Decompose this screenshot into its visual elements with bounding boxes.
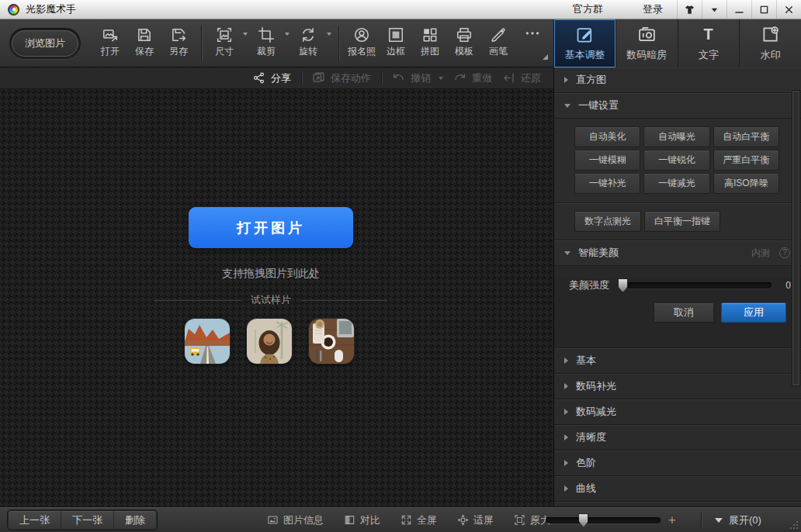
menu-button[interactable] <box>702 0 726 19</box>
help-icon[interactable]: ? <box>779 247 790 258</box>
chevron-down-icon <box>564 104 570 108</box>
cancel-button[interactable]: 取消 <box>654 302 714 323</box>
zoom-in-button[interactable]: + <box>668 514 675 527</box>
official-group-button[interactable]: 官方群 <box>544 0 614 19</box>
dropdown-caret-icon[interactable] <box>439 77 443 80</box>
window-controls <box>677 0 801 19</box>
zoom-slider[interactable] <box>546 517 661 523</box>
svg-text:T: T <box>704 26 713 43</box>
tab-label: 文字 <box>699 48 719 62</box>
chat-bubble-icon <box>555 3 568 16</box>
expand-button[interactable]: 展开(0) <box>715 507 761 532</box>
compare-button[interactable]: 对比 <box>344 513 380 527</box>
button-auto-exposure[interactable]: 自动曝光 <box>643 126 709 147</box>
toolbar-button-rotate[interactable]: 旋转 <box>291 22 325 65</box>
sample-thumbnail-desert-road[interactable] <box>185 319 230 364</box>
section-header-clarity[interactable]: 清晰度 <box>554 425 801 451</box>
section-header-one-key-settings[interactable]: 一键设置 <box>554 93 801 119</box>
tab-watermark[interactable]: 水印 <box>739 19 801 67</box>
fit-screen-button[interactable]: 适屏 <box>457 513 494 527</box>
image-info-button[interactable]: 图片信息 <box>267 513 324 527</box>
sample-thumbnail-desk-flatlay[interactable] <box>309 319 354 364</box>
section-header-histogram[interactable]: 直方图 <box>554 67 801 93</box>
close-button[interactable] <box>776 0 801 19</box>
button-auto-white-balance[interactable]: 自动白平衡 <box>713 126 779 147</box>
toolbar-button-save-as[interactable]: 另存 <box>161 22 196 65</box>
maximize-button[interactable] <box>751 0 776 19</box>
zoom-out-button[interactable]: − <box>531 514 538 527</box>
beauty-strength-slider[interactable] <box>619 282 772 288</box>
button-auto-beautify[interactable]: 自动美化 <box>574 126 640 147</box>
section-header-digital-fill-light[interactable]: 数码补光 <box>554 374 801 399</box>
toolbar-button-more[interactable] <box>515 22 550 65</box>
resize-grip[interactable] <box>796 527 798 529</box>
slider-thumb[interactable] <box>618 278 628 292</box>
titlebar-right: 官方群 登录 <box>544 0 801 19</box>
tab-basic-adjust[interactable]: 基本调整 <box>554 19 615 67</box>
toolbar-button-id-photo[interactable]: 报名照 <box>345 22 379 65</box>
button-high-iso-denoise[interactable]: 高ISO降噪 <box>713 173 779 194</box>
panel-scrollbar[interactable] <box>792 91 799 385</box>
image-info-label: 图片信息 <box>283 513 324 527</box>
canvas-area[interactable]: 打开图片 支持拖拽图片到此处 试试样片 <box>0 89 553 506</box>
button-one-key-blur[interactable]: 一键模糊 <box>574 150 640 171</box>
dropdown-caret-icon[interactable] <box>327 33 331 36</box>
chevron-right-icon <box>564 434 568 440</box>
toolbar-button-border[interactable]: 边框 <box>379 22 413 65</box>
delete-button[interactable]: 删除 <box>114 510 157 530</box>
section-header-levels[interactable]: 色阶 <box>554 451 801 476</box>
open-image-button[interactable]: 打开图片 <box>189 207 353 248</box>
button-one-key-fill-light[interactable]: 一键补光 <box>574 173 640 194</box>
sample-thumbnail-portrait[interactable] <box>247 319 292 364</box>
minimize-button[interactable] <box>726 0 751 19</box>
tab-text[interactable]: T文字 <box>678 19 740 67</box>
slider-thumb[interactable] <box>578 513 588 527</box>
toolbar-button-label: 边框 <box>387 47 405 57</box>
button-one-key-dim-light[interactable]: 一键减光 <box>643 173 709 194</box>
apply-button[interactable]: 应用 <box>721 302 786 323</box>
rotate-icon <box>300 26 317 43</box>
collage-icon <box>421 26 439 43</box>
one-key-extra-buttons: 数字点测光白平衡一指键 <box>574 211 781 232</box>
button-white-balance-one-touch[interactable]: 白平衡一指键 <box>644 211 720 232</box>
section-header-basic[interactable]: 基本 <box>554 348 801 374</box>
dropdown-caret-icon[interactable] <box>243 33 248 36</box>
section-header-smart-beauty[interactable]: 智能美颜 内测 ? <box>554 240 801 266</box>
toolbar-button-save[interactable]: 保存 <box>127 22 161 65</box>
browse-images-button[interactable]: 浏览图片 <box>12 30 78 57</box>
original-size-icon <box>514 514 525 526</box>
share-button[interactable]: 分享 <box>252 71 291 85</box>
redo-button[interactable]: 重做 <box>453 71 492 85</box>
button-digital-spot-metering[interactable]: 数字点测光 <box>574 211 641 232</box>
template-icon <box>456 26 473 43</box>
save-as-icon <box>170 26 187 43</box>
toolbar-button-template[interactable]: 模板 <box>447 22 481 65</box>
beauty-strength-value: 0 <box>778 280 791 291</box>
undo-button[interactable]: 撤销 <box>392 71 443 85</box>
app-logo-icon <box>8 4 19 16</box>
fullscreen-button[interactable]: 全屏 <box>400 513 437 527</box>
save-action-button[interactable]: 保存动作 <box>312 71 371 85</box>
section-header-digital-dim-light[interactable]: 数码减光 <box>554 399 801 425</box>
mode-tabs: 基本调整数码暗房T文字水印 <box>553 19 801 67</box>
dropdown-caret-icon[interactable] <box>285 33 290 36</box>
tab-digital-darkroom[interactable]: 数码暗房 <box>615 19 678 67</box>
toolbar-button-crop[interactable]: 裁剪 <box>249 22 283 65</box>
section-header-curves[interactable]: 曲线 <box>554 476 801 502</box>
toolbar-button-collage[interactable]: 拼图 <box>413 22 447 65</box>
toolbar-button-label: 打开 <box>101 47 120 57</box>
border-icon <box>387 26 404 43</box>
fit-screen-label: 适屏 <box>473 513 494 527</box>
toolbar-button-open[interactable]: 打开 <box>93 22 127 65</box>
toolbar-button-brush[interactable]: 画笔 <box>481 22 515 65</box>
toolbar-button-resize[interactable]: 尺寸 <box>207 22 241 65</box>
prev-button[interactable]: 上一张 <box>8 510 61 530</box>
button-one-key-sharpen[interactable]: 一键锐化 <box>643 150 709 171</box>
expand-corner-icon[interactable] <box>543 54 548 60</box>
section-title: 数码减光 <box>576 405 616 419</box>
login-button[interactable]: 登录 <box>614 0 674 19</box>
skin-button[interactable] <box>677 0 702 19</box>
next-button[interactable]: 下一张 <box>61 510 114 530</box>
button-severe-white-balance[interactable]: 严重白平衡 <box>713 150 779 171</box>
restore-button[interactable]: 还原 <box>502 71 541 85</box>
